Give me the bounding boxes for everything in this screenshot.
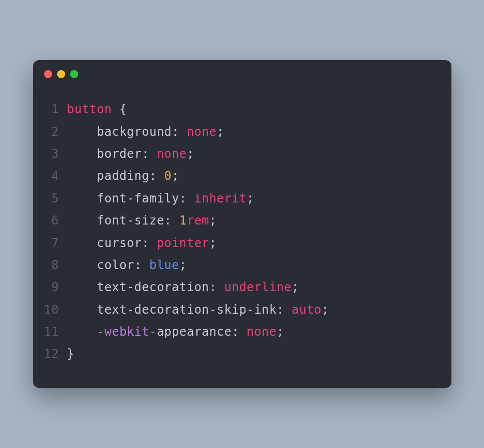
line-content: color: blue; [67,254,436,276]
titlebar [33,60,451,83]
token-semicolon: ; [179,258,187,272]
token-semicolon: ; [187,147,194,161]
token-default [67,280,97,294]
token-default [67,236,97,250]
token-value-keyword: inherit [194,191,247,205]
token-default [149,236,157,250]
code-line: 1button { [43,98,436,120]
token-value-keyword: none [247,325,277,339]
token-colon: : [277,303,284,317]
token-colon: : [142,236,149,250]
token-default [67,213,97,228]
token-number: 0 [164,169,172,183]
maximize-icon[interactable] [70,70,78,78]
token-property: color [97,258,134,272]
token-semicolon: ; [209,213,217,228]
token-default [67,125,97,139]
token-semicolon: ; [247,191,254,205]
line-number: 5 [43,187,67,209]
code-line: 7 cursor: pointer; [43,232,436,254]
token-semicolon: ; [292,280,299,294]
line-number: 7 [43,232,67,254]
token-default [239,325,247,339]
line-number: 10 [43,299,67,321]
token-default [284,303,292,317]
code-line: 2 background: none; [43,121,436,143]
token-colon: : [164,213,172,228]
token-number: 1 [179,213,187,228]
token-semicolon: ; [209,236,217,250]
token-default [149,147,157,161]
token-default [67,191,97,205]
token-default [217,280,224,294]
token-default [67,169,97,183]
line-content: padding: 0; [67,165,436,187]
line-number: 12 [43,343,67,365]
minimize-icon[interactable] [57,70,65,78]
token-value-keyword: underline [224,280,292,294]
token-selector: button [67,102,112,116]
token-vendor: -webkit- [97,325,157,339]
token-colon: : [231,325,239,339]
code-line: 12} [43,343,436,365]
code-area[interactable]: 1button {2 background: none;3 border: no… [33,83,451,388]
token-property: font-size [97,213,164,228]
line-content: button { [67,98,436,120]
token-semicolon: ; [172,169,179,183]
code-line: 3 border: none; [43,143,436,165]
line-number: 11 [43,321,67,343]
line-number: 1 [43,98,67,120]
code-line: 4 padding: 0; [43,165,436,187]
token-colon: : [209,280,217,294]
token-semicolon: ; [322,303,329,317]
line-content: cursor: pointer; [67,232,436,254]
line-content: text-decoration-skip-ink: auto; [67,299,436,321]
token-default [67,258,97,272]
line-number: 2 [43,121,67,143]
code-line: 9 text-decoration: underline; [43,276,436,298]
token-default [179,125,187,139]
token-semicolon: ; [277,325,284,339]
token-colon: : [179,191,187,205]
token-property: cursor [97,236,142,250]
token-property: border [97,147,142,161]
token-colon: : [134,258,142,272]
token-property: background [97,125,172,139]
token-property: padding [97,169,149,183]
code-line: 11 -webkit-appearance: none; [43,321,436,343]
token-colon: : [142,147,149,161]
token-default [172,213,179,228]
token-default [112,102,119,116]
token-value-keyword: none [157,147,187,161]
code-line: 8 color: blue; [43,254,436,276]
line-number: 6 [43,209,67,232]
token-default [157,169,164,183]
code-line: 5 font-family: inherit; [43,187,436,209]
token-value-keyword: none [187,125,217,139]
token-property: text-decoration [97,280,209,294]
editor-window: 1button {2 background: none;3 border: no… [33,60,451,388]
token-colon: : [172,125,179,139]
token-default [67,325,97,339]
line-number: 3 [43,143,67,165]
token-color-word: blue [149,258,179,272]
line-content: } [67,343,436,365]
line-number: 4 [43,165,67,187]
code-line: 10 text-decoration-skip-ink: auto; [43,299,436,321]
line-number: 9 [43,276,67,298]
line-content: border: none; [67,143,436,165]
close-icon[interactable] [44,70,52,78]
line-content: font-size: 1rem; [67,209,436,232]
line-content: -webkit-appearance: none; [67,321,436,343]
code-line: 6 font-size: 1rem; [43,209,436,232]
token-default [67,147,97,161]
token-property: appearance [157,325,232,339]
token-value-keyword: pointer [157,236,209,250]
token-colon: : [149,169,157,183]
line-content: text-decoration: underline; [67,276,436,298]
token-property: text-decoration-skip-ink [97,303,277,317]
token-default [187,191,194,205]
line-content: background: none; [67,121,436,143]
token-property: font-family [97,191,179,205]
token-brace: } [67,347,75,361]
